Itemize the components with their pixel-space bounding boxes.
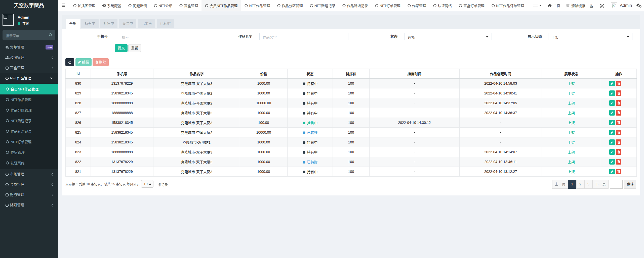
svg-text:文: 文 — [591, 4, 593, 7]
